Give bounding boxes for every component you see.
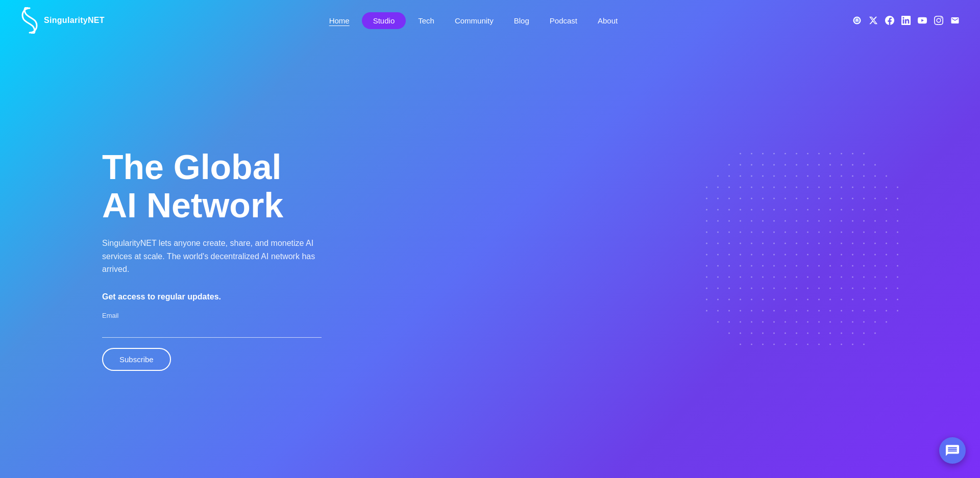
svg-point-184 [841, 265, 842, 266]
svg-point-171 [897, 254, 898, 255]
dot-grid-decoration [706, 153, 898, 347]
svg-point-255 [829, 310, 831, 311]
svg-point-241 [874, 298, 876, 300]
svg-point-36 [785, 175, 786, 177]
svg-point-109 [807, 220, 808, 221]
chat-bubble-button[interactable] [939, 437, 966, 464]
svg-point-25 [829, 164, 831, 165]
svg-point-9 [796, 153, 797, 154]
nav-blog[interactable]: Blog [506, 12, 537, 29]
twitter-icon[interactable] [869, 16, 878, 25]
dot-grid-svg [706, 153, 898, 345]
svg-point-168 [863, 254, 865, 255]
svg-point-24 [818, 164, 820, 165]
svg-point-26 [841, 164, 842, 165]
svg-point-230 [751, 298, 752, 300]
svg-point-68 [751, 197, 752, 199]
svg-point-104 [751, 220, 752, 221]
svg-point-195 [762, 276, 764, 278]
svg-point-156 [728, 254, 730, 255]
svg-point-118 [706, 231, 707, 233]
svg-point-82 [706, 209, 707, 210]
linkedin-icon[interactable] [901, 16, 911, 25]
svg-point-221 [852, 287, 853, 289]
svg-point-96 [863, 209, 865, 210]
svg-point-185 [852, 265, 853, 266]
svg-point-85 [740, 209, 741, 210]
svg-point-92 [818, 209, 820, 210]
reddit-icon[interactable] [852, 16, 862, 25]
nav-tech[interactable]: Tech [410, 12, 443, 29]
svg-point-128 [818, 231, 820, 233]
svg-point-67 [740, 197, 741, 199]
svg-point-177 [762, 265, 764, 266]
svg-point-108 [796, 220, 797, 221]
svg-point-240 [863, 298, 865, 300]
svg-point-31 [728, 175, 730, 177]
svg-point-87 [762, 209, 764, 210]
svg-point-73 [807, 197, 808, 199]
svg-point-130 [841, 231, 842, 233]
svg-point-3 [857, 19, 859, 20]
svg-point-268 [785, 321, 786, 322]
nav-community[interactable]: Community [447, 12, 502, 29]
nav-studio[interactable]: Studio [362, 12, 406, 29]
svg-point-261 [897, 310, 898, 311]
svg-point-299 [818, 343, 820, 345]
instagram-icon[interactable] [934, 16, 943, 25]
svg-point-247 [740, 310, 741, 311]
svg-point-151 [874, 242, 876, 244]
logo[interactable]: SingularityNET [20, 7, 105, 34]
svg-point-245 [717, 310, 719, 311]
svg-point-140 [751, 242, 752, 244]
svg-point-142 [773, 242, 775, 244]
hero-title-line1: The Global [102, 147, 281, 186]
svg-point-113 [852, 220, 853, 221]
svg-point-30 [717, 175, 719, 177]
svg-point-189 [897, 265, 898, 266]
svg-point-99 [897, 209, 898, 210]
svg-point-21 [785, 164, 786, 165]
svg-point-106 [773, 220, 775, 221]
svg-point-223 [874, 287, 876, 289]
svg-point-214 [773, 287, 775, 289]
svg-point-222 [863, 287, 865, 289]
logo-svg [20, 7, 39, 34]
svg-point-10 [807, 153, 808, 154]
svg-point-236 [818, 298, 820, 300]
svg-point-180 [796, 265, 797, 266]
svg-point-190 [706, 276, 707, 278]
svg-point-50 [751, 186, 752, 188]
svg-point-270 [807, 321, 808, 322]
svg-point-252 [796, 310, 797, 311]
svg-point-155 [717, 254, 719, 255]
subscribe-button[interactable]: Subscribe [102, 348, 171, 371]
hero-cta-label: Get access to regular updates. [102, 292, 322, 301]
svg-point-276 [874, 321, 876, 322]
svg-point-102 [728, 220, 730, 221]
email-input[interactable] [102, 322, 322, 338]
svg-point-262 [717, 321, 719, 322]
svg-point-194 [751, 276, 752, 278]
svg-point-114 [863, 220, 865, 221]
svg-point-200 [818, 276, 820, 278]
nav-home[interactable]: Home [321, 12, 358, 29]
nav-about[interactable]: About [590, 12, 626, 29]
svg-point-231 [762, 298, 764, 300]
facebook-icon[interactable] [885, 16, 894, 25]
svg-point-207 [897, 276, 898, 278]
svg-point-197 [785, 276, 786, 278]
svg-point-138 [728, 242, 730, 244]
svg-point-22 [796, 164, 797, 165]
svg-point-147 [829, 242, 831, 244]
svg-point-88 [773, 209, 775, 210]
svg-point-211 [740, 287, 741, 289]
svg-point-271 [818, 321, 820, 322]
svg-point-6 [762, 153, 764, 154]
svg-point-127 [807, 231, 808, 233]
email-icon[interactable] [950, 16, 960, 25]
youtube-icon[interactable] [918, 16, 927, 25]
nav-podcast[interactable]: Podcast [542, 12, 585, 29]
svg-point-110 [818, 220, 820, 221]
svg-point-259 [874, 310, 876, 311]
